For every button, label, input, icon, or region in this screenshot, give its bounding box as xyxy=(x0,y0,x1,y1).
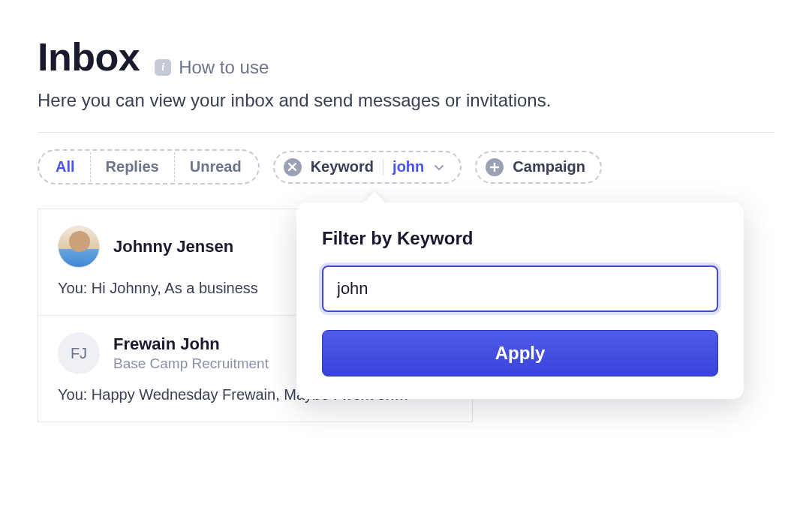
page-title: Inbox xyxy=(38,38,140,76)
filter-tab-all[interactable]: All xyxy=(41,152,91,182)
apply-button[interactable]: Apply xyxy=(322,330,718,376)
keyword-filter-popover: Filter by Keyword Apply xyxy=(296,202,744,399)
page-subtitle: Here you can view your inbox and send me… xyxy=(38,90,774,111)
keyword-pill-label: Keyword xyxy=(311,158,374,176)
info-icon: i xyxy=(155,59,171,76)
clear-icon[interactable] xyxy=(284,158,302,176)
filter-row: All Replies Unread Keyword john Campaign xyxy=(38,149,774,184)
avatar xyxy=(58,226,100,268)
filter-tab-unread[interactable]: Unread xyxy=(175,152,257,182)
keyword-pill-value: john xyxy=(392,158,424,176)
plus-icon xyxy=(486,158,504,176)
campaign-pill-label: Campaign xyxy=(513,158,585,176)
keyword-input[interactable] xyxy=(322,266,718,312)
filter-segment-group: All Replies Unread xyxy=(38,149,260,184)
chevron-down-icon xyxy=(433,161,445,173)
message-name: Frewain John xyxy=(113,334,269,354)
how-to-use-label: How to use xyxy=(179,57,269,78)
avatar: FJ xyxy=(58,332,100,374)
message-name: Johnny Jensen xyxy=(113,237,233,256)
filter-tab-replies[interactable]: Replies xyxy=(91,152,175,182)
campaign-filter-pill[interactable]: Campaign xyxy=(475,151,602,184)
how-to-use-link[interactable]: i How to use xyxy=(155,57,269,78)
pill-separator xyxy=(383,159,383,176)
keyword-filter-pill[interactable]: Keyword john xyxy=(273,151,462,184)
popover-title: Filter by Keyword xyxy=(322,228,718,249)
divider xyxy=(38,132,774,133)
message-subtitle: Base Camp Recruitment xyxy=(113,356,269,372)
